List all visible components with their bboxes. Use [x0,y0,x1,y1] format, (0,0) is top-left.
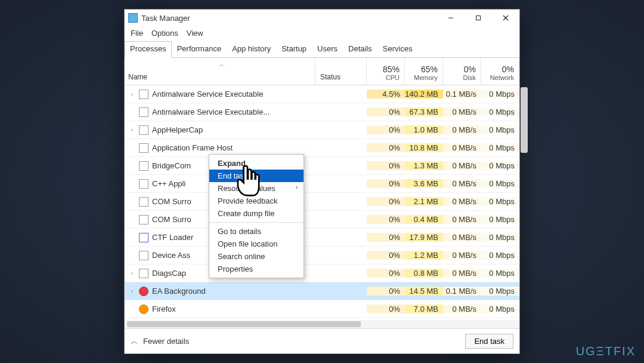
process-row[interactable]: Device Ass0%1.2 MB0 MB/s0 Mbps [125,247,519,264]
context-menu-item[interactable]: Go to details [209,225,304,238]
scroll-thumb[interactable] [127,321,361,327]
column-memory[interactable]: 65% Memory [405,58,443,85]
memory-cell: 0.4 MB [405,215,443,224]
network-cell: 0 Mbps [481,233,519,242]
tab-details[interactable]: Details [343,41,377,57]
process-name-cell: Application Frame Host [125,143,315,153]
column-status[interactable]: Status [315,58,367,85]
process-row[interactable]: COM Surro0%2.1 MB0 MB/s0 Mbps [125,193,519,211]
tab-processes[interactable]: Processes [125,41,172,58]
process-row[interactable]: ›AppHelperCap0%1.0 MB0 MB/s0 Mbps [125,121,519,139]
expand-icon[interactable]: › [128,127,135,133]
cpu-cell: 0% [367,304,405,313]
process-icon [139,125,148,135]
process-row[interactable]: Firefox0%7.0 MB0 MB/s0 Mbps [125,300,519,318]
context-menu-item[interactable]: End task [209,170,304,182]
cpu-cell: 0% [367,197,405,206]
horizontal-scrollbar[interactable] [125,320,519,328]
disk-cell: 0.1 MB/s [443,287,481,296]
process-icon [139,251,148,260]
tab-startup[interactable]: Startup [276,41,312,57]
process-name: COM Surro [152,197,191,206]
process-icon [139,161,148,171]
process-name: Firefox [152,304,176,313]
titlebar[interactable]: Task Manager [125,10,519,26]
menu-separator [209,222,304,223]
process-icon [139,197,148,207]
process-row[interactable]: ›Antimalware Service Executable4.5%140.2… [125,85,519,103]
network-cell: 0 Mbps [481,90,519,99]
context-menu-item[interactable]: Provide feedback [209,195,304,207]
process-list[interactable]: ›Antimalware Service Executable4.5%140.2… [125,85,519,320]
process-name: Antimalware Service Executable [152,90,263,99]
network-cell: 0 Mbps [481,304,519,313]
context-menu-item[interactable]: Properties [209,263,304,275]
column-network[interactable]: 0% Network [481,58,519,85]
end-task-button[interactable]: End task [465,334,513,349]
memory-cell: 17.9 MB [405,233,443,242]
process-row[interactable]: Antimalware Service Executable...0%67.3 … [125,103,519,121]
memory-cell: 3.6 MB [405,179,443,188]
memory-cell: 2.1 MB [405,197,443,206]
minimize-button[interactable] [437,10,465,26]
process-row[interactable]: ›DiagsCap0%0.8 MB0 MB/s0 Mbps [125,264,519,282]
expand-icon[interactable]: › [128,288,135,294]
submenu-arrow-icon: › [296,184,298,190]
process-name: CTF Loader [152,233,193,242]
network-cell: 0 Mbps [481,197,519,206]
disk-cell: 0 MB/s [443,269,481,278]
network-cell: 0 Mbps [481,179,519,188]
network-cell: 0 Mbps [481,287,519,296]
process-row[interactable]: CTF Loader0%17.9 MB0 MB/s0 Mbps [125,229,519,247]
close-button[interactable] [492,10,519,26]
column-name[interactable]: ︿ Name [125,58,315,85]
cpu-cell: 0% [367,125,405,134]
process-row[interactable]: COM Surro0%0.4 MB0 MB/s0 Mbps [125,211,519,229]
context-menu-item[interactable]: Create dump file [209,207,304,220]
process-name-cell: Firefox [125,304,315,314]
process-row[interactable]: Application Frame Host0%10.8 MB0 MB/s0 M… [125,139,519,157]
process-name-cell: ›AppHelperCap [125,125,315,135]
column-status-label: Status [320,73,340,81]
task-manager-window: Task Manager File Options View Processes… [124,9,520,354]
context-menu-item[interactable]: Search online [209,250,304,263]
menubar: File Options View [125,26,519,41]
process-row[interactable]: Firefox0.4%6.6 MB0 MB/s0 Mbps [125,318,519,320]
tab-services[interactable]: Services [377,41,418,57]
memory-cell: 10.8 MB [405,143,443,152]
process-name: Antimalware Service Executable... [152,107,270,116]
cpu-cell: 0% [367,161,405,170]
menu-file[interactable]: File [131,29,143,38]
context-menu-item[interactable]: Open file location [209,238,304,250]
tab-users[interactable]: Users [312,41,343,57]
disk-cell: 0 MB/s [443,304,481,313]
fewer-details-toggle[interactable]: ︿ Fewer details [131,336,189,347]
network-cell: 0 Mbps [481,143,519,152]
process-row[interactable]: ›EA Background0%14.5 MB0.1 MB/s0 Mbps [125,282,519,300]
expand-icon[interactable]: › [128,270,135,276]
column-disk[interactable]: 0% Disk [443,58,481,85]
process-row[interactable]: BridgeCom0%1.3 MB0 MB/s0 Mbps [125,157,519,175]
disk-cell: 0.1 MB/s [443,90,481,99]
process-name: Application Frame Host [152,143,233,152]
tab-performance[interactable]: Performance [172,41,227,57]
disk-cell: 0 MB/s [443,161,481,170]
vertical-scrollbar[interactable] [521,87,528,153]
network-cell: 0 Mbps [481,269,519,278]
column-headers: ︿ Name Status 85% CPU 65% Memory 0% Disk… [125,58,519,85]
menu-options[interactable]: Options [151,29,178,38]
tab-app-history[interactable]: App history [227,41,276,57]
memory-cell: 67.3 MB [405,107,443,116]
process-name-cell: ›Antimalware Service Executable [125,90,315,99]
disk-cell: 0 MB/s [443,143,481,152]
context-menu-item[interactable]: Resource values› [209,182,304,195]
maximize-button[interactable] [465,10,492,26]
process-row[interactable]: C++ Appli0%3.6 MB0 MB/s0 Mbps [125,175,519,193]
expand-icon[interactable]: › [128,91,135,97]
column-cpu[interactable]: 85% CPU [367,58,405,85]
menu-view[interactable]: View [187,29,203,38]
context-menu-item[interactable]: Expand [209,157,304,170]
memory-cell: 1.3 MB [405,161,443,170]
window-title: Task Manager [141,14,437,23]
cpu-cell: 0% [367,107,405,116]
